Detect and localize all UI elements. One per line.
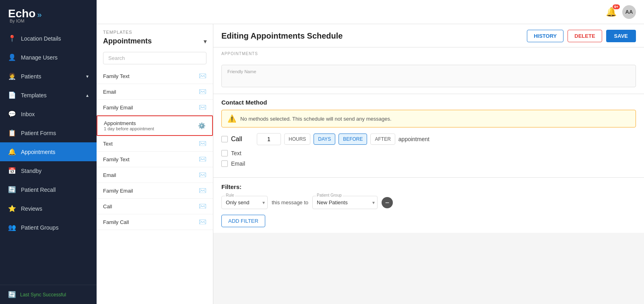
avatar-button[interactable]: AA	[622, 5, 636, 19]
template-item-family-text-2[interactable]: Family Text ✉️	[97, 152, 213, 167]
filter-row: Rule Only sendAlways sendNever send ▾ th…	[221, 196, 636, 209]
chevron-down-icon: ▾	[86, 74, 89, 79]
patient-group-label: Patient Group	[316, 193, 343, 197]
chevron-down-icon: ▾	[204, 38, 206, 45]
template-item-email-2[interactable]: Email ✉️	[97, 167, 213, 183]
logo-sub: By IOM	[10, 18, 25, 23]
sidebar-item-label: Standby	[21, 168, 89, 174]
friendly-name-card: Friendly Name	[213, 58, 644, 94]
timing-row: Call HOURS DAYS BEFORE AFTER appointment	[221, 133, 636, 145]
sidebar-item-label: Manage Users	[21, 54, 89, 61]
sidebar-item-standby[interactable]: 📅 Standby	[0, 161, 97, 180]
friendly-name-input[interactable]	[227, 76, 630, 82]
remove-filter-button[interactable]: −	[382, 197, 393, 208]
chevron-up-icon: ▴	[86, 92, 89, 98]
template-item-call[interactable]: Call ✉️	[97, 199, 213, 214]
contact-method-section: Contact Method ⚠️ No methods selected. T…	[213, 94, 644, 178]
timing-suffix: appointment	[398, 136, 429, 142]
no-message-icon: ✉️	[199, 203, 206, 210]
template-item-email[interactable]: Email ✉️	[97, 84, 213, 100]
right-panel-body: APPOINTMENTS Friendly Name Contact Metho…	[213, 47, 644, 304]
template-item-family-email-2[interactable]: Family Email ✉️	[97, 183, 213, 199]
hours-button[interactable]: HOURS	[284, 134, 310, 145]
sidebar-item-label: Location Details	[21, 35, 89, 42]
sync-text: Last Sync Successful	[20, 292, 66, 298]
history-button[interactable]: HISTORY	[527, 30, 564, 42]
group-icon: 👥	[8, 224, 16, 231]
sidebar-item-patient-forms[interactable]: 📋 Patient Forms	[0, 123, 97, 142]
template-item-text[interactable]: Text ✉️	[97, 136, 213, 152]
sidebar-footer: 🔄 Last Sync Successful	[0, 285, 97, 304]
sidebar-item-location-details[interactable]: 📍 Location Details	[0, 29, 97, 48]
add-filter-button[interactable]: ADD FILTER	[221, 215, 265, 227]
main-content: TEMPLATES Appointments ▾ Family Text ✉️ …	[97, 24, 644, 304]
sidebar-item-reviews[interactable]: ⭐ Reviews	[0, 199, 97, 218]
call-checkbox[interactable]	[221, 136, 228, 142]
header: 🔔 9+ AA	[97, 0, 644, 24]
no-message-icon: ✉️	[199, 140, 206, 147]
save-button[interactable]: SAVE	[606, 30, 636, 42]
template-item-family-text[interactable]: Family Text ✉️	[97, 68, 213, 84]
no-message-icon: ✉️	[199, 156, 206, 163]
filters-title: Filters:	[221, 183, 636, 190]
warning-text: No methods selected. This schedule will …	[240, 116, 392, 122]
inbox-icon: 💬	[8, 110, 16, 118]
notification-button[interactable]: 🔔 9+	[606, 7, 617, 17]
sidebar-item-patient-recall[interactable]: 🔄 Patient Recall	[0, 180, 97, 199]
sidebar-item-inbox[interactable]: 💬 Inbox	[0, 105, 97, 123]
user-icon: 👤	[8, 53, 16, 61]
chevron-down-icon: ▾	[372, 200, 375, 205]
no-message-icon: ✉️	[199, 171, 206, 179]
delete-button[interactable]: DELETE	[568, 30, 602, 42]
days-button[interactable]: DAYS	[314, 134, 335, 145]
sidebar: Echo » By IOM 📍 Location Details 👤 Manag…	[0, 0, 97, 304]
sidebar-item-patient-groups[interactable]: 👥 Patient Groups	[0, 218, 97, 237]
sync-icon: 🔄	[8, 291, 16, 298]
sidebar-item-label: Appointments	[21, 149, 89, 155]
location-icon: 📍	[8, 35, 16, 42]
sidebar-item-label: Inbox	[21, 111, 89, 117]
template-item-selected[interactable]: Appointments 1 day before appointment ⚙️	[97, 115, 213, 136]
sidebar-item-label: Patients	[21, 73, 81, 80]
patient-group-select[interactable]: New PatientsExisting PatientsAll Patient…	[317, 198, 373, 207]
sidebar-item-templates[interactable]: 📄 Templates ▴	[0, 86, 97, 105]
category-dropdown[interactable]: Appointments ▾	[103, 37, 206, 45]
sidebar-item-label: Templates	[21, 92, 81, 99]
right-panel-header: Editing Appointments Schedule HISTORY DE…	[213, 24, 644, 47]
no-message-icon: ✉️	[199, 187, 206, 194]
friendly-name-wrap: Friendly Name	[221, 65, 636, 87]
email-label: Email	[231, 160, 245, 167]
right-panel: Editing Appointments Schedule HISTORY DE…	[213, 24, 644, 304]
sidebar-item-manage-users[interactable]: 👤 Manage Users	[0, 48, 97, 67]
rule-select[interactable]: Only sendAlways sendNever send	[226, 198, 263, 207]
forms-icon: 📋	[8, 129, 16, 137]
rule-label: Rule	[225, 193, 235, 197]
search-input[interactable]	[103, 52, 206, 64]
timing-value-input[interactable]	[257, 133, 281, 145]
no-message-icon: ✉️	[199, 218, 206, 226]
sidebar-item-appointments[interactable]: 🔔 Appointments	[0, 142, 97, 161]
bell-icon: 🔔	[8, 148, 16, 156]
recall-icon: 🔄	[8, 186, 16, 193]
no-message-icon: ✉️	[199, 104, 206, 111]
notification-badge: 9+	[613, 4, 620, 9]
sidebar-item-patients[interactable]: 🧑‍⚕️ Patients ▾	[0, 67, 97, 86]
template-item-family-call[interactable]: Family Call ✉️	[97, 214, 213, 230]
patients-icon: 🧑‍⚕️	[8, 72, 16, 80]
sidebar-item-label: Patient Groups	[21, 224, 89, 231]
text-checkbox[interactable]	[221, 150, 228, 156]
filters-section: Filters: Rule Only sendAlways sendNever …	[213, 178, 644, 233]
email-checkbox[interactable]	[221, 160, 228, 167]
template-item-family-email[interactable]: Family Email ✉️	[97, 100, 213, 115]
section-label: APPOINTMENTS	[213, 47, 644, 58]
sidebar-logo: Echo » By IOM	[0, 0, 97, 29]
gear-icon[interactable]: ⚙️	[198, 122, 206, 129]
category-title: Appointments	[103, 37, 152, 45]
before-button[interactable]: BEFORE	[339, 134, 367, 145]
after-button[interactable]: AFTER	[370, 134, 395, 145]
left-panel-header: TEMPLATES Appointments ▾	[97, 24, 213, 49]
contact-method-title: Contact Method	[221, 99, 636, 106]
call-checkbox-wrap: Call	[221, 136, 254, 143]
standby-icon: 📅	[8, 167, 16, 175]
patient-group-group: Patient Group New PatientsExisting Patie…	[312, 196, 378, 209]
